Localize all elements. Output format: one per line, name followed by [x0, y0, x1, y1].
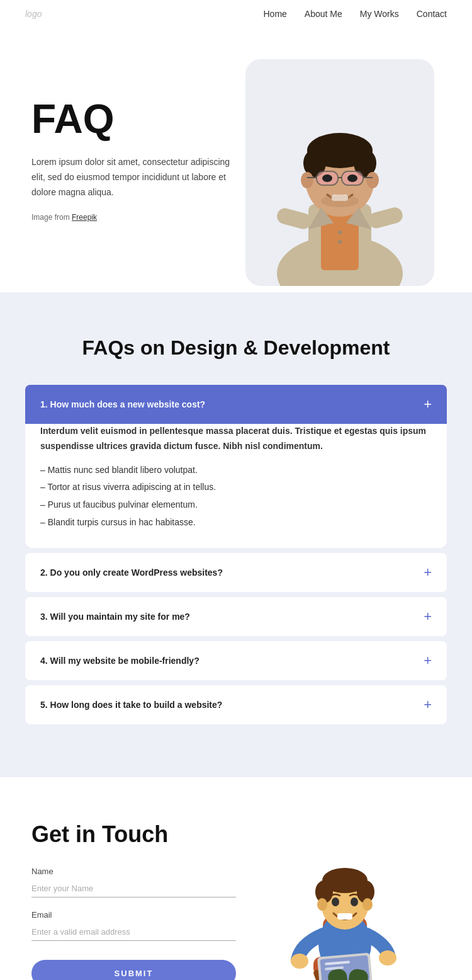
- email-input[interactable]: [31, 923, 236, 941]
- hero-title: FAQ: [31, 97, 233, 141]
- contact-title: Get in Touch: [31, 821, 236, 848]
- faq-item-5: 5. How long does it take to build a webs…: [25, 685, 447, 724]
- faq-item-1: 1. How much does a new website cost? + I…: [25, 385, 447, 548]
- hero-section: FAQ Lorem ipsum dolor sit amet, consecte…: [0, 28, 472, 292]
- faq-question-label-2: 2. Do you only create WordPress websites…: [40, 567, 223, 578]
- faq-bullet-1-3: Purus ut faucibus pulvinar elementum.: [40, 498, 432, 513]
- faq-bullet-1-1: Mattis nunc sed blandit libero volutpat.: [40, 463, 432, 478]
- hero-description: Lorem ipsum dolor sit amet, consectetur …: [31, 155, 233, 200]
- faq-question-4[interactable]: 4. Will my website be mobile-friendly? +: [25, 641, 447, 680]
- svg-rect-22: [367, 206, 405, 230]
- svg-point-26: [338, 240, 342, 244]
- contact-section: Get in Touch Name Email SUBMIT Image fro…: [0, 777, 472, 980]
- faq-question-3[interactable]: 3. Will you maintain my site for me? +: [25, 597, 447, 636]
- svg-point-9: [335, 137, 363, 156]
- faq-question-1[interactable]: 1. How much does a new website cost? +: [25, 385, 447, 424]
- svg-point-25: [338, 231, 342, 234]
- navbar: logo Home About Me My Works Contact: [0, 0, 472, 28]
- faq-item-3: 3. Will you maintain my site for me? +: [25, 597, 447, 636]
- svg-point-40: [332, 897, 339, 906]
- svg-rect-42: [337, 913, 352, 920]
- svg-point-39: [362, 898, 373, 911]
- faq-question-label-5: 5. How long does it take to build a webs…: [40, 700, 222, 710]
- faq-question-label-3: 3. Will you maintain my site for me?: [40, 612, 190, 622]
- hero-image-credit: Image from Freepik: [31, 213, 233, 222]
- faq-question-label-4: 4. Will my website be mobile-friendly?: [40, 656, 199, 666]
- name-label: Name: [31, 867, 236, 876]
- name-form-group: Name: [31, 867, 236, 897]
- faq-question-2[interactable]: 2. Do you only create WordPress websites…: [25, 553, 447, 592]
- hero-person-illustration: [252, 59, 428, 286]
- svg-point-20: [321, 195, 359, 207]
- faq-plus-icon-1: +: [424, 397, 432, 411]
- nav-contact[interactable]: Contact: [417, 9, 447, 19]
- contact-form-wrap: Get in Touch Name Email SUBMIT Image fro…: [31, 821, 236, 980]
- svg-point-10: [301, 172, 313, 188]
- faq-plus-icon-3: +: [424, 610, 432, 624]
- email-label: Email: [31, 910, 236, 920]
- name-input[interactable]: [31, 880, 236, 897]
- email-form-group: Email: [31, 910, 236, 941]
- hero-image-box: [245, 59, 434, 286]
- nav-home[interactable]: Home: [263, 9, 286, 19]
- faq-item-4: 4. Will my website be mobile-friendly? +: [25, 641, 447, 680]
- faq-item-2: 2. Do you only create WordPress websites…: [25, 553, 447, 592]
- faq-answer-list-1: Mattis nunc sed blandit libero volutpat.…: [40, 463, 432, 530]
- faq-answer-1: Interdum velit euismod in pellentesque m…: [25, 424, 447, 548]
- svg-point-48: [379, 950, 396, 966]
- svg-point-17: [322, 174, 332, 182]
- faq-section-title: FAQs on Design & Development: [25, 336, 447, 360]
- svg-point-47: [291, 954, 308, 969]
- faq-plus-icon-2: +: [424, 566, 432, 579]
- faq-question-5[interactable]: 5. How long does it take to build a webs…: [25, 685, 447, 724]
- hero-freepik-link[interactable]: Freepik: [72, 213, 97, 222]
- logo: logo: [25, 9, 42, 19]
- faq-section: FAQs on Design & Development 1. How much…: [0, 292, 472, 777]
- contact-person-illustration: [263, 834, 414, 980]
- nav-about[interactable]: About Me: [305, 9, 342, 19]
- nav-works[interactable]: My Works: [360, 9, 399, 19]
- contact-image-wrap: [236, 821, 441, 980]
- nav-links: Home About Me My Works Contact: [263, 9, 447, 19]
- svg-point-38: [317, 898, 327, 911]
- faq-plus-icon-4: +: [424, 654, 432, 668]
- hero-image-wrap: [245, 59, 441, 286]
- hero-text-block: FAQ Lorem ipsum dolor sit amet, consecte…: [31, 59, 233, 222]
- faq-bullet-1-4: Blandit turpis cursus in hac habitasse.: [40, 515, 432, 530]
- svg-point-18: [347, 174, 357, 182]
- submit-button[interactable]: SUBMIT: [31, 960, 236, 980]
- faq-question-label-1: 1. How much does a new website cost?: [40, 399, 205, 409]
- faq-bullet-1-2: Tortor at risus viverra adipiscing at in…: [40, 480, 432, 495]
- faq-list: 1. How much does a new website cost? + I…: [25, 385, 447, 724]
- svg-point-11: [366, 172, 379, 188]
- faq-plus-icon-5: +: [424, 698, 432, 712]
- svg-point-41: [351, 897, 358, 906]
- svg-rect-21: [275, 207, 313, 231]
- faq-answer-bold-1: Interdum velit euismod in pellentesque m…: [40, 424, 432, 454]
